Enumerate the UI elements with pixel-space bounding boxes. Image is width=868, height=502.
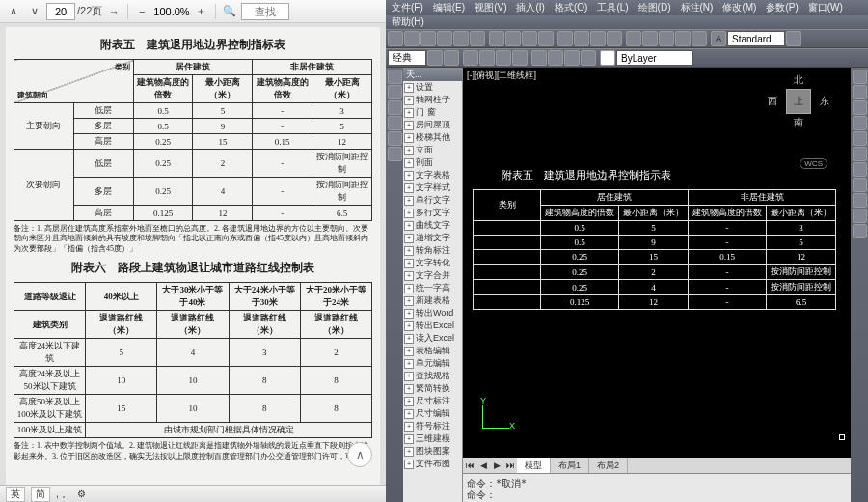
new-icon[interactable] — [388, 31, 403, 46]
side-panel-header[interactable]: 天... — [403, 68, 462, 81]
open-icon[interactable] — [404, 31, 420, 46]
menu-file[interactable]: 文件(F) — [392, 1, 423, 14]
explode-icon[interactable] — [853, 224, 867, 238]
rect-tool-icon[interactable] — [388, 131, 402, 146]
save-icon[interactable] — [420, 31, 436, 46]
menu-draw[interactable]: 绘图(D) — [638, 1, 671, 14]
expand-icon[interactable]: + — [404, 246, 414, 256]
side-item[interactable]: +查找规格 — [403, 370, 462, 382]
expand-icon[interactable]: + — [404, 171, 414, 181]
viewcube-south[interactable]: 南 — [768, 116, 829, 129]
side-item[interactable]: +三维建模 — [403, 432, 462, 445]
side-item[interactable]: +繁简转换 — [403, 382, 462, 395]
tab-model[interactable]: 模型 — [517, 458, 551, 473]
side-item[interactable]: +尺寸编辑 — [403, 407, 462, 420]
expand-icon[interactable]: + — [404, 209, 414, 218]
menu-help[interactable]: 帮助(H) — [392, 15, 424, 29]
measure-icon[interactable] — [564, 50, 580, 66]
color-swatch-icon[interactable] — [600, 50, 615, 66]
match-icon[interactable] — [538, 31, 554, 46]
viewcube-north[interactable]: 北 — [768, 73, 829, 87]
side-item[interactable]: +文字转化 — [403, 257, 462, 269]
prev-page-button[interactable]: ∧ — [4, 2, 23, 21]
zoom-window-icon[interactable] — [590, 31, 606, 46]
expand-icon[interactable]: + — [404, 334, 414, 344]
ime-settings-icon[interactable]: ⚙ — [77, 488, 86, 499]
expand-icon[interactable]: + — [404, 296, 414, 306]
fillet-icon[interactable] — [853, 209, 867, 223]
text-style-select[interactable]: Standard — [727, 31, 785, 46]
viewcube[interactable]: 北 西 上 东 南 — [768, 73, 829, 129]
side-item[interactable]: +剖面 — [403, 156, 462, 169]
dim-icon[interactable] — [479, 50, 495, 66]
expand-icon[interactable]: + — [404, 359, 414, 369]
page-number-input[interactable] — [46, 3, 75, 20]
search-icon[interactable]: 🔍 — [220, 2, 239, 21]
calc-icon[interactable] — [692, 31, 707, 46]
expand-icon[interactable]: + — [404, 271, 414, 281]
side-item[interactable]: +递增文字 — [403, 232, 462, 244]
ime-mode[interactable]: 简 — [31, 487, 50, 502]
cut-icon[interactable] — [489, 31, 504, 46]
side-item[interactable]: +设置 — [403, 81, 462, 94]
side-item[interactable]: +转角标注 — [403, 244, 462, 257]
side-item[interactable]: +转出Word — [403, 307, 462, 320]
expand-icon[interactable]: + — [404, 460, 414, 469]
zoom-out-button[interactable]: − — [132, 2, 151, 21]
expand-icon[interactable]: + — [404, 133, 414, 143]
undo-icon[interactable] — [453, 31, 469, 46]
menu-dim[interactable]: 标注(N) — [681, 1, 714, 14]
expand-icon[interactable]: + — [404, 259, 414, 268]
style-more-icon[interactable] — [786, 31, 801, 46]
paste-icon[interactable] — [522, 31, 537, 46]
side-item[interactable]: +文件布图 — [403, 458, 462, 470]
expand-icon[interactable]: + — [404, 234, 414, 243]
zoom-in-button[interactable]: ＋ — [192, 2, 211, 21]
command-line[interactable]: 命令：*取消* 命令： — [463, 473, 851, 502]
menu-view[interactable]: 视图(V) — [475, 1, 506, 14]
expand-icon[interactable]: + — [404, 121, 414, 130]
move-tool-icon[interactable] — [853, 131, 867, 146]
tab-last-icon[interactable]: ⏭ — [503, 460, 517, 470]
expand-icon[interactable]: + — [404, 434, 414, 444]
side-item[interactable]: +多行文字 — [403, 207, 462, 219]
polygon-tool-icon[interactable] — [388, 147, 402, 161]
expand-icon[interactable]: + — [404, 83, 414, 93]
wcs-badge[interactable]: WCS — [800, 158, 827, 169]
pan-icon[interactable] — [557, 31, 573, 46]
side-item[interactable]: +文字表格 — [403, 169, 462, 181]
side-item[interactable]: +尺寸标注 — [403, 395, 462, 407]
expand-icon[interactable]: + — [404, 372, 414, 381]
menu-insert[interactable]: 插入(I) — [516, 1, 544, 14]
arc-tool-icon[interactable] — [388, 116, 402, 130]
side-item[interactable]: +图块图案 — [403, 445, 462, 458]
array-icon[interactable] — [581, 50, 596, 66]
side-item[interactable]: +房间屋顶 — [403, 119, 462, 131]
expand-icon[interactable]: + — [404, 284, 414, 293]
leader-icon[interactable] — [496, 50, 511, 66]
expand-icon[interactable]: + — [404, 183, 414, 193]
pdf-page-viewport[interactable]: 附表五 建筑退用地边界控制指标表 类别 建筑朝向 居住建筑 非居住建筑 建筑物高… — [0, 23, 386, 502]
expand-icon[interactable]: + — [404, 108, 414, 118]
side-item[interactable]: +立面 — [403, 144, 462, 156]
fwd-button[interactable]: → — [104, 2, 123, 21]
expand-icon[interactable]: + — [404, 221, 414, 231]
block-icon[interactable] — [531, 50, 547, 66]
side-item[interactable]: +文字样式 — [403, 181, 462, 194]
side-item[interactable]: +门 窗 — [403, 106, 462, 119]
expand-icon[interactable]: + — [404, 397, 414, 406]
search-input[interactable] — [241, 3, 289, 20]
menu-param[interactable]: 参数(P) — [766, 1, 798, 14]
circle-tool-icon[interactable] — [388, 100, 402, 115]
side-item[interactable]: +读入Excel — [403, 332, 462, 345]
side-item[interactable]: +单行文字 — [403, 194, 462, 207]
side-item[interactable]: +楼梯其他 — [403, 131, 462, 144]
scale-icon[interactable] — [853, 162, 867, 177]
zoom-prev-icon[interactable] — [607, 31, 622, 46]
props-icon[interactable] — [626, 31, 641, 46]
trim-icon[interactable] — [853, 178, 867, 192]
ime-lang[interactable]: 英 — [6, 487, 25, 502]
side-item[interactable]: +新建表格 — [403, 294, 462, 307]
expand-icon[interactable]: + — [404, 196, 414, 206]
expand-icon[interactable]: + — [404, 321, 414, 331]
